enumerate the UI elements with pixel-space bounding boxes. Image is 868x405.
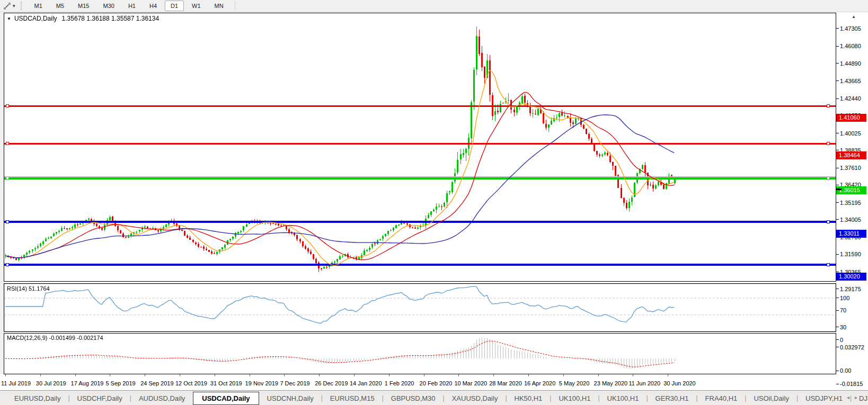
time-tick-mark (668, 374, 668, 376)
chart-tab-usdjpy-h1[interactable]: USDJPY,H1 (799, 392, 849, 404)
window-left-gutter (0, 12, 4, 374)
timeframe-button-w1[interactable]: W1 (186, 1, 207, 11)
timeframe-button-h1[interactable]: H1 (122, 1, 141, 11)
rsi-tick-mark (836, 339, 839, 340)
price-tick-mark (836, 185, 839, 185)
price-tick-mark (836, 133, 839, 133)
time-tick-mark (493, 374, 494, 376)
macd-label: MACD(12,26,9) -0.001499 -0.002174 (7, 335, 103, 341)
time-tick-mark (354, 374, 355, 376)
rsi-panel-canvas[interactable] (4, 283, 836, 332)
timeframe-button-d1[interactable]: D1 (165, 1, 184, 11)
line-studies-icon[interactable] (2, 1, 12, 11)
time-tick-label: 5 May 2020 (559, 380, 589, 386)
price-tick-mark (836, 80, 839, 81)
time-tick-mark (319, 374, 320, 376)
timeframe-button-h4[interactable]: H4 (144, 1, 163, 11)
time-tick-mark (250, 374, 250, 376)
time-tick-mark (40, 374, 41, 376)
price-tick-label: 1.47305 (840, 25, 861, 32)
time-tick-mark (180, 374, 180, 376)
rsi-tick-mark (836, 298, 839, 298)
collapse-arrow-icon[interactable]: ▼ (7, 16, 11, 21)
chart-ohlc-values: 1.35678 1.36188 1.35587 1.36134 (62, 15, 160, 22)
macd-tick-label: 0.00 (840, 367, 851, 374)
price-tick-label: 1.44890 (840, 60, 861, 67)
timeframe-button-m30[interactable]: M30 (98, 1, 120, 11)
time-tick-mark (389, 374, 389, 376)
tab-scroll-right-icon[interactable]: ▸ (855, 394, 863, 400)
price-tick-mark (836, 28, 839, 29)
price-tick-mark (836, 63, 839, 64)
time-tick-mark (563, 374, 564, 376)
time-tick-label: 30 Jul 2019 (36, 380, 66, 386)
chart-tab-usdcnh-daily[interactable]: USDCNH,Daily (260, 392, 321, 404)
time-tick-mark (284, 374, 285, 376)
time-tick-mark (424, 374, 424, 376)
rsi-tick-label: 0 (840, 337, 843, 343)
dropdown-arrow-icon[interactable]: ▾ (13, 3, 15, 8)
rsi-tick-mark (836, 327, 839, 327)
chart-tab-usdcad-daily[interactable]: USDCAD,Daily (193, 392, 259, 405)
price-level-tag[interactable]: 1.41060 (836, 114, 866, 122)
chart-tab-xauusd-daily[interactable]: XAUUSD,Daily (445, 392, 505, 404)
time-tick-label: 16 Apr 2020 (524, 380, 555, 386)
timeframe-button-m15[interactable]: M15 (72, 1, 95, 11)
time-tick-label: 11 Jul 2019 (1, 380, 31, 386)
chart-tab-usdchf-daily[interactable]: USDCHF,Daily (70, 392, 129, 404)
price-level-tag[interactable]: 1.38464 (836, 151, 866, 159)
axis-scroll-up-icon[interactable]: ▲ (852, 14, 856, 19)
price-tick-label: 1.34005 (840, 217, 861, 223)
price-tick-mark (836, 254, 839, 255)
time-tick-mark (110, 374, 110, 376)
macd-panel-canvas[interactable] (4, 333, 836, 374)
price-tick-label: 1.42440 (840, 95, 861, 102)
price-tick-mark (836, 272, 839, 272)
price-level-tag[interactable]: 1.33011 (836, 230, 866, 238)
chart-tab-ger30-h1[interactable]: GER30,H1 (649, 392, 696, 404)
price-tick-label: 1.40025 (840, 130, 861, 137)
time-tick-label: 5 Sep 2019 (105, 380, 135, 386)
timeframe-button-m5[interactable]: M5 (50, 1, 70, 11)
time-tick-label: 17 Aug 2019 (71, 380, 104, 386)
price-tick-label: 1.43665 (840, 78, 861, 84)
chart-tab-hk50-h1[interactable]: HK50,H1 (508, 392, 550, 404)
price-level-tag[interactable]: 1.30020 (836, 273, 866, 281)
chart-tab-uk100-h1[interactable]: UK100,H1 (552, 392, 597, 404)
time-tick-mark (598, 374, 599, 376)
timeframe-button-m1[interactable]: M1 (29, 1, 48, 11)
timeframe-button-group: M1M5M15M30H1H4D1W1MN (28, 1, 231, 11)
time-tick-label: 23 May 2020 (594, 380, 628, 386)
time-tick-label: 26 Dec 2019 (315, 380, 348, 386)
price-tick-label: 1.31590 (840, 251, 861, 257)
price-tick-label: 1.29175 (840, 286, 861, 292)
current-price-marker (836, 188, 842, 190)
price-tick-mark (836, 46, 839, 47)
time-tick-label: 19 Nov 2019 (245, 380, 278, 386)
time-axis[interactable]: 11 Jul 201930 Jul 201917 Aug 20195 Sep 2… (0, 374, 836, 390)
chart-tab-uk100-h1[interactable]: UK100,H1 (600, 392, 646, 404)
chart-tab-bar: EURUSD,Daily|USDCHF,Daily|AUDUSD,DailyUS… (0, 390, 868, 405)
chart-tab-eurusd-m15[interactable]: EURUSD,M15 (323, 392, 382, 404)
timeframe-button-mn[interactable]: MN (209, 1, 229, 11)
time-tick-label: 31 Oct 2019 (210, 380, 242, 386)
time-tick-label: 1 Feb 2020 (385, 380, 414, 386)
time-tick-label: 28 Mar 2020 (489, 380, 522, 386)
price-chart-canvas[interactable] (4, 13, 836, 282)
time-tick-mark (5, 374, 6, 376)
time-tick-mark (528, 374, 529, 376)
price-level-tag[interactable]: 1.36015 (836, 186, 866, 194)
chart-tab-eurusd-daily[interactable]: EURUSD,Daily (7, 392, 67, 404)
chart-tab-gbpusd-m30[interactable]: GBPUSD,M30 (384, 392, 442, 404)
rsi-tick-label: 100 (840, 295, 849, 301)
tab-scroll-left-icon[interactable]: ◂ (847, 394, 855, 400)
macd-tick-mark (836, 371, 839, 371)
rsi-tick-label: 70 (840, 307, 846, 313)
chart-tab-fra40-h1[interactable]: FRA40,H1 (698, 392, 745, 404)
toolbar-grip[interactable] (21, 2, 23, 10)
chart-tab-usoil-daily[interactable]: USOil,Daily (747, 392, 795, 404)
time-tick-label: 14 Jan 2020 (350, 380, 382, 386)
macd-tick-mark (836, 384, 839, 384)
time-tick-label: 12 Oct 2019 (175, 380, 207, 386)
chart-tab-audusd-daily[interactable]: AUDUSD,Daily (132, 392, 192, 404)
